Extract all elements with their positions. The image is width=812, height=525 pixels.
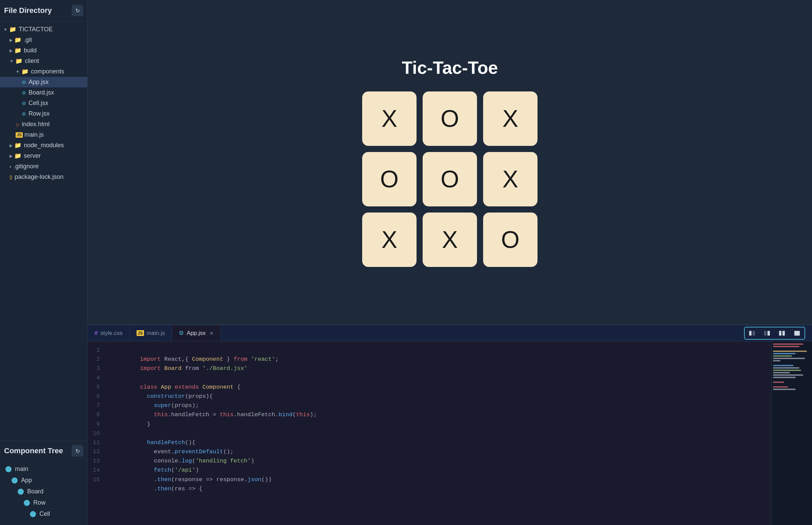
jsx-file-icon: ⚙ (22, 90, 26, 95)
view-single-button[interactable] (790, 328, 805, 339)
split-right-icon (764, 330, 770, 336)
game-cell-1-0[interactable]: O (362, 152, 417, 206)
code-line-14: .then(response => response.json()) (105, 465, 771, 475)
tree-item-components[interactable]: ▼ 📁 components (0, 66, 87, 77)
view-split-right-button[interactable] (760, 328, 775, 339)
comp-label-row: Row (33, 499, 46, 506)
sidebar: File Directory ↻ ▼ 📁 TICTACTOE ▶ 📁 .git … (0, 0, 88, 525)
tree-item-label: client (25, 58, 39, 65)
editor-area: # style.css JS main.js ⚙ App.jsx ✕ (88, 325, 812, 525)
game-cell-2-1[interactable]: X (423, 212, 477, 267)
game-cell-2-0[interactable]: X (362, 212, 417, 267)
game-cell-2-2[interactable]: O (483, 212, 537, 267)
game-cell-0-2[interactable]: X (483, 91, 537, 146)
svg-rect-1 (752, 331, 755, 335)
game-cell-1-2[interactable]: X (483, 152, 537, 206)
single-view-icon (794, 330, 800, 336)
preview-area: Tic-Tac-Toe X O X O O X X X O (88, 0, 812, 325)
game-cell-0-1[interactable]: O (423, 91, 477, 146)
comp-node-row[interactable]: Row (0, 497, 87, 508)
comp-node-main[interactable]: main (0, 463, 87, 475)
tree-item-gitignore[interactable]: ▪ .gitignore (0, 161, 87, 172)
comp-node-board[interactable]: Board (0, 486, 87, 497)
jsx-file-icon: ⚙ (22, 101, 26, 106)
component-tree: main App Board Row Cell (0, 461, 87, 525)
code-editor-body[interactable]: import React,{ Component } from 'react';… (105, 341, 771, 525)
git-file-icon: ▪ (10, 164, 11, 169)
tabs-left: # style.css JS main.js ⚙ App.jsx ✕ (88, 325, 221, 341)
svg-rect-5 (782, 331, 785, 335)
comp-node-app[interactable]: App (0, 475, 87, 486)
jsx-tab-icon: ⚙ (179, 329, 184, 336)
comp-dot-row (24, 500, 30, 506)
view-btn-group (744, 327, 805, 340)
tab-app-jsx[interactable]: ⚙ App.jsx ✕ (172, 325, 221, 341)
chevron-icon: ▼ (3, 27, 7, 32)
tabs-right (744, 327, 812, 340)
comp-label-app: App (21, 477, 32, 484)
view-split-left-button[interactable] (745, 328, 760, 339)
tree-item-main-js[interactable]: JS main.js (0, 130, 87, 140)
component-tree-refresh-button[interactable]: ↻ (72, 445, 83, 457)
tree-item-label: Cell.jsx (29, 100, 48, 107)
comp-dot-app (12, 477, 18, 483)
component-tree-section: Component Tree ↻ main App Board Row (0, 441, 87, 525)
chevron-icon: ▶ (10, 38, 13, 43)
code-line-11: event.preventDefault(); (105, 438, 771, 447)
code-content: 12345 678910 1112131415 import React,{ C… (88, 341, 812, 525)
comp-dot-board (18, 489, 24, 495)
tree-item-build[interactable]: ▶ 📁 build (0, 45, 87, 56)
comp-dot-main (5, 466, 12, 472)
view-split-both-button[interactable] (775, 328, 790, 339)
tree-item-row-jsx[interactable]: ⚙ Row.jsx (0, 108, 87, 119)
tab-close-icon[interactable]: ✕ (209, 330, 214, 336)
tree-item-label: TICTACTOE (19, 26, 53, 33)
tree-item-label: Row.jsx (29, 110, 50, 117)
folder-open-icon: 📁 (9, 26, 16, 33)
jsx-file-icon: ⚙ (22, 111, 26, 117)
tree-item-cell-jsx[interactable]: ⚙ Cell.jsx (0, 98, 87, 108)
tab-main-js[interactable]: JS main.js (130, 325, 172, 341)
file-directory-refresh-button[interactable]: ↻ (72, 5, 83, 16)
tab-label-main-js: main.js (147, 330, 165, 336)
folder-icon: 📁 (14, 47, 21, 54)
tree-item-label: package-lock.json (15, 174, 64, 181)
tab-style-css[interactable]: # style.css (88, 325, 130, 341)
tree-item-label: components (31, 68, 64, 75)
tree-item-server[interactable]: ▶ 📁 server (0, 151, 87, 161)
svg-rect-2 (764, 331, 766, 335)
tree-item-package-lock[interactable]: {} package-lock.json (0, 172, 87, 182)
js-file-icon: JS (16, 132, 23, 138)
tree-item-label: server (24, 152, 41, 160)
code-line-9 (105, 420, 771, 429)
chevron-icon: ▶ (10, 154, 13, 159)
game-cell-1-1[interactable]: O (423, 152, 477, 206)
tree-item-label: Board.jsx (29, 89, 54, 96)
tree-item-tictactoe[interactable]: ▼ 📁 TICTACTOE (0, 24, 87, 35)
tree-item-board-jsx[interactable]: ⚙ Board.jsx (0, 87, 87, 98)
tree-item-app-jsx[interactable]: ⚙ App.jsx (0, 77, 87, 87)
tree-item-git[interactable]: ▶ 📁 .git (0, 35, 87, 45)
tree-item-client[interactable]: ▼ 📁 client (0, 56, 87, 66)
code-minimap (771, 341, 812, 525)
tree-item-index-html[interactable]: ◇ index.html (0, 119, 87, 130)
chevron-icon: ▼ (10, 59, 14, 64)
chevron-icon: ▼ (16, 69, 20, 74)
game-cell-0-0[interactable]: X (362, 91, 417, 146)
tree-item-node-modules[interactable]: ▶ 📁 node_modules (0, 140, 87, 151)
folder-icon: 📁 (14, 152, 21, 160)
svg-rect-0 (749, 331, 751, 335)
file-tree: ▼ 📁 TICTACTOE ▶ 📁 .git ▶ 📁 build ▼ 📁 cli… (0, 21, 87, 441)
folder-open-icon: 📁 (15, 58, 22, 65)
tree-item-label: build (24, 47, 37, 54)
tree-item-label: App.jsx (29, 78, 49, 86)
tree-item-label: main.js (25, 131, 44, 138)
code-line-7: this.handleFetch = this.handleFetch.bind… (105, 401, 771, 410)
json-file-icon: {} (10, 175, 12, 180)
tree-item-label: .git (24, 36, 32, 44)
tree-item-label: .gitignore (14, 163, 39, 170)
file-directory-title: File Directory (4, 6, 52, 15)
comp-label-board: Board (27, 488, 44, 495)
comp-node-cell[interactable]: Cell (0, 508, 87, 520)
chevron-icon: ▶ (10, 143, 13, 148)
